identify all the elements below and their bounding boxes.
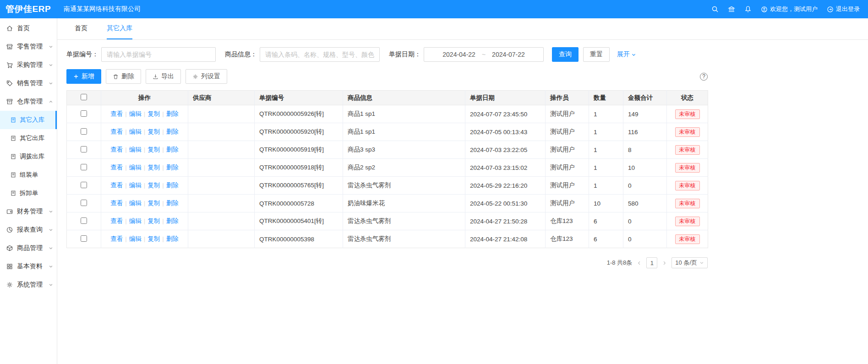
delete-link[interactable]: 删除 [166,164,179,171]
delete-button[interactable]: 删除 [106,69,141,84]
edit-link[interactable]: 编辑 [129,182,142,189]
copy-link[interactable]: 复制 [147,217,160,224]
edit-link[interactable]: 编辑 [129,164,142,171]
sidebar-subitem-assembly[interactable]: 组装单 [0,166,57,184]
sidebar-item-warehouse[interactable]: 仓库管理 [0,92,57,111]
reset-button[interactable]: 重置 [583,47,610,62]
delete-button-label: 删除 [121,72,134,81]
copy-link[interactable]: 复制 [147,182,160,189]
sidebar-item-finance[interactable]: 财务管理 [0,202,57,221]
sidebar-item-sales[interactable]: 销售管理 [0,74,57,92]
cell-qty: 6 [589,230,623,248]
edit-link[interactable]: 编辑 [129,128,142,135]
delete-link[interactable]: 删除 [166,235,179,242]
logout-button[interactable]: 退出登录 [827,5,860,13]
sidebar-item-home[interactable]: 首页 [0,19,57,38]
export-button[interactable]: 导出 [146,69,181,84]
page-size-select[interactable]: 10 条/页 [671,257,708,268]
cell-product: 商品1 sp1 [343,123,465,141]
delete-link[interactable]: 删除 [166,217,179,224]
cell-product: 雷达杀虫气雾剂 [343,177,465,195]
sidebar-item-system[interactable]: 系统管理 [0,276,57,294]
copy-link[interactable]: 复制 [147,164,160,171]
sidebar-item-retail[interactable]: 零售管理 [0,38,57,56]
sidebar-item-basic-data[interactable]: 基本资料 [0,257,57,276]
search-icon[interactable] [711,5,719,13]
cell-date: 2024-07-05 00:13:43 [465,123,546,141]
copy-link[interactable]: 复制 [147,128,160,135]
bell-icon[interactable] [744,5,752,13]
edit-link[interactable]: 编辑 [129,235,142,242]
user-welcome[interactable]: 欢迎您，测试用户 [761,5,818,13]
cell-bill-no: QTRK00000005765[转] [255,177,343,195]
view-link[interactable]: 查看 [110,200,123,206]
chevron-down-icon [49,246,53,250]
edit-link[interactable]: 编辑 [129,217,142,224]
delete-link[interactable]: 删除 [166,182,179,189]
delete-link[interactable]: 删除 [166,146,179,153]
view-link[interactable]: 查看 [110,146,123,153]
row-checkbox[interactable] [81,110,87,117]
delete-link[interactable]: 删除 [166,110,179,117]
wallet-icon [6,208,13,215]
col-qty: 数量 [589,91,623,105]
copy-link[interactable]: 复制 [147,110,160,117]
row-checkbox[interactable] [81,164,87,170]
row-checkbox[interactable] [81,235,87,242]
bill-no-input[interactable] [101,47,216,62]
expand-filters-link[interactable]: 展开 [617,50,636,59]
sidebar-subitem-other-inbound[interactable]: 其它入库 [0,111,57,129]
row-checkbox[interactable] [81,146,87,152]
sidebar-subitem-disassembly[interactable]: 拆卸单 [0,184,57,202]
status-badge: 未审核 [675,163,700,173]
product-info-input[interactable] [260,47,380,62]
cell-product: 雷达杀虫气雾剂 [343,212,465,230]
home-icon [6,25,13,32]
edit-link[interactable]: 编辑 [129,200,142,206]
page-number-button[interactable]: 1 [646,257,657,268]
sidebar-item-reports[interactable]: 报表查询 [0,221,57,239]
row-checkbox[interactable] [81,217,87,224]
chevron-down-icon [49,63,53,67]
add-button[interactable]: 新增 [66,69,101,84]
search-button[interactable]: 查询 [552,47,579,62]
column-settings-button[interactable]: 列设置 [186,69,227,84]
cell-operator: 测试用户 [546,195,589,212]
cell-operator: 测试用户 [546,123,589,141]
sidebar-subitem-transfer-outbound[interactable]: 调拨出库 [0,147,57,166]
date-range-picker[interactable]: 2024-04-22 ~ 2024-07-22 [424,47,544,62]
next-page-button[interactable] [662,261,667,266]
select-all-checkbox[interactable] [81,94,87,100]
sidebar-subitem-other-outbound[interactable]: 其它出库 [0,129,57,147]
cell-qty: 1 [589,123,623,141]
view-link[interactable]: 查看 [110,128,123,135]
copy-link[interactable]: 复制 [147,200,160,206]
expand-link-label: 展开 [617,50,630,59]
edit-link[interactable]: 编辑 [129,110,142,117]
row-checkbox[interactable] [81,182,87,188]
sidebar-item-purchase[interactable]: 采购管理 [0,56,57,74]
prev-page-button[interactable] [637,261,642,266]
view-link[interactable]: 查看 [110,182,123,189]
edit-link[interactable]: 编辑 [129,146,142,153]
tab-home[interactable]: 首页 [75,18,87,39]
archive-icon [6,98,13,105]
view-link[interactable]: 查看 [110,217,123,224]
chevron-down-icon [49,264,53,269]
copy-link[interactable]: 复制 [147,146,160,153]
sidebar-item-products[interactable]: 商品管理 [0,239,57,257]
status-badge: 未审核 [675,127,700,137]
bank-icon[interactable] [728,5,735,13]
row-checkbox[interactable] [81,200,87,206]
copy-link[interactable]: 复制 [147,235,160,242]
table-row: 查看|编辑|复制|删除 QTRK00000005920[转] 商品1 sp1 2… [67,123,708,141]
tab-other-inbound[interactable]: 其它入库 [107,18,132,39]
view-link[interactable]: 查看 [110,110,123,117]
delete-link[interactable]: 删除 [166,200,179,206]
row-checkbox[interactable] [81,128,87,135]
delete-link[interactable]: 删除 [166,128,179,135]
help-icon[interactable]: ? [700,73,708,81]
gear-icon [6,281,13,288]
view-link[interactable]: 查看 [110,235,123,242]
view-link[interactable]: 查看 [110,164,123,171]
